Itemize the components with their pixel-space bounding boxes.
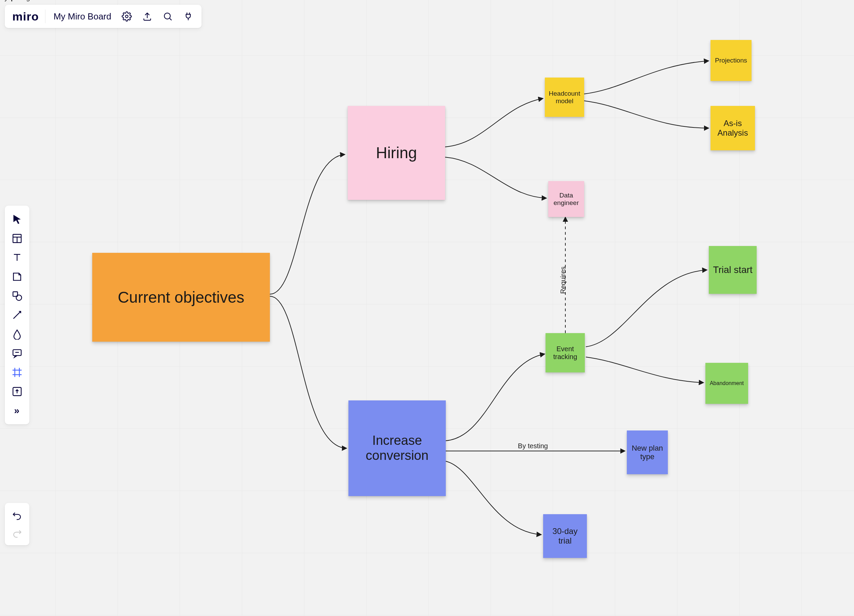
edge-label: Requires xyxy=(559,267,567,294)
edge-label: Requires xyxy=(0,0,27,2)
node-increase-conversion[interactable]: Increase conversion xyxy=(348,400,446,496)
node-root[interactable]: Current objectives xyxy=(92,253,270,342)
edge-label: By testing xyxy=(0,0,30,2)
edge-label: Includes xyxy=(0,0,26,2)
node-new-plan-type[interactable]: New plan type xyxy=(627,430,668,474)
node-abandonment[interactable]: Abandonment xyxy=(705,363,748,404)
node-projections[interactable]: Projections xyxy=(711,40,752,81)
node-hiring[interactable]: Hiring xyxy=(348,106,445,200)
node-data-engineer[interactable]: Data engineer xyxy=(548,181,584,217)
node-30-day-trial[interactable]: 30-day trial xyxy=(543,514,587,558)
edge-label: Includes xyxy=(0,0,26,2)
edge-label: Includes xyxy=(0,0,26,2)
edge-label: Includes xyxy=(0,0,26,2)
node-headcount-model[interactable]: Headcount model xyxy=(545,78,584,117)
edge-label: Includes xyxy=(0,0,26,2)
board-canvas[interactable]: Includes Includes Requires Includes Requ… xyxy=(0,0,854,616)
edge-label: By testing xyxy=(518,442,548,450)
node-event-tracking[interactable]: Event tracking xyxy=(546,333,585,372)
node-asis-analysis[interactable]: As-is Analysis xyxy=(711,106,755,150)
edge-label: Requires xyxy=(0,0,27,2)
edge-label: Requires xyxy=(0,0,27,2)
node-trial-start[interactable]: Trial start xyxy=(709,246,756,294)
